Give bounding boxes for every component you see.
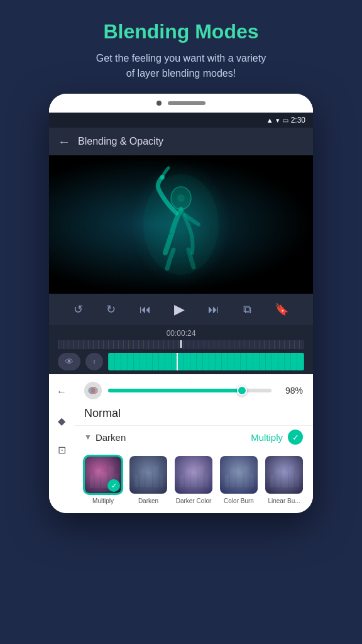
blend-options-row: ✓Multiply Darken Darker Color Color Burn bbox=[74, 448, 313, 513]
back-button[interactable]: ← bbox=[58, 135, 70, 149]
blend-icon-svg bbox=[88, 386, 98, 396]
timeline-ticks[interactable] bbox=[58, 340, 304, 349]
time-label: 00:00:24 bbox=[49, 329, 313, 338]
phone-top-bar bbox=[49, 94, 313, 113]
svg-rect-22 bbox=[230, 469, 235, 487]
svg-rect-29 bbox=[289, 465, 294, 487]
playback-controls: ↺ ↻ ⏮ ▶ ⏭ ⧉ 🔖 bbox=[49, 294, 313, 325]
clip-inner bbox=[108, 353, 304, 370]
video-background bbox=[49, 155, 313, 294]
phone-speaker bbox=[168, 101, 206, 105]
svg-rect-18 bbox=[191, 472, 197, 487]
blend-thumbnail-3 bbox=[219, 455, 259, 495]
signal-icon: ▲ bbox=[266, 116, 273, 124]
svg-point-2 bbox=[160, 175, 165, 180]
svg-rect-17 bbox=[185, 469, 190, 487]
left-sidebar: ← ◆ ⊡ bbox=[49, 374, 74, 513]
phone-screen: ▲ ▾ ▭ 2:30 ← Blending & Opacity bbox=[49, 113, 313, 513]
blend-option-label-2: Darker Color bbox=[176, 497, 212, 504]
phone-camera bbox=[156, 101, 162, 106]
blend-check-mark: ✓ bbox=[107, 479, 120, 492]
bookmark-button[interactable]: 🔖 bbox=[275, 303, 288, 316]
blend-option-label-4: Linear Bu... bbox=[268, 497, 300, 504]
check-icon: ✓ bbox=[288, 430, 303, 445]
layer-playhead bbox=[177, 353, 178, 370]
status-time: 2:30 bbox=[291, 116, 305, 125]
blend-option-darker-color[interactable]: Darker Color bbox=[173, 455, 214, 504]
app-bar: ← Blending & Opacity bbox=[49, 128, 313, 155]
blend-option-label-0: Multiply bbox=[92, 497, 114, 504]
thumb-overlay-3 bbox=[220, 456, 258, 494]
video-preview bbox=[49, 155, 313, 294]
layer-clip[interactable] bbox=[108, 353, 304, 370]
opacity-slider[interactable] bbox=[108, 389, 272, 392]
blend-option-label-3: Color Burn bbox=[224, 497, 254, 504]
svg-rect-21 bbox=[225, 475, 229, 487]
svg-rect-30 bbox=[295, 474, 299, 487]
bottom-section: ← ◆ ⊡ bbox=[49, 374, 313, 513]
svg-rect-16 bbox=[180, 475, 184, 487]
svg-rect-25 bbox=[250, 474, 254, 487]
blend-thumbnail-1 bbox=[128, 455, 168, 495]
svg-rect-20 bbox=[205, 474, 209, 487]
svg-rect-26 bbox=[270, 475, 274, 487]
app-bar-title: Blending & Opacity bbox=[78, 136, 163, 147]
sidebar-back-button[interactable]: ← bbox=[52, 382, 72, 402]
main-panel: 98% Normal ▼ Darken Multiply ✓ bbox=[74, 374, 313, 513]
blend-option-multiply[interactable]: ✓Multiply bbox=[83, 455, 123, 504]
svg-rect-7 bbox=[95, 469, 100, 488]
playhead bbox=[180, 340, 182, 348]
page-title: Blending Modes bbox=[96, 20, 266, 43]
opacity-section: 98% bbox=[74, 374, 313, 404]
status-bar: ▲ ▾ ▭ 2:30 bbox=[49, 113, 313, 128]
active-mode-group: Multiply ✓ bbox=[251, 430, 303, 445]
blend-thumbnail-4 bbox=[264, 455, 304, 495]
svg-rect-11 bbox=[134, 475, 138, 487]
blend-option-darken[interactable]: Darken bbox=[128, 455, 168, 504]
svg-rect-14 bbox=[153, 465, 158, 487]
thumb-overlay-4 bbox=[265, 456, 303, 494]
opacity-thumb[interactable] bbox=[237, 386, 247, 396]
svg-point-3 bbox=[177, 194, 185, 202]
phone-device: ▲ ▾ ▭ 2:30 ← Blending & Opacity bbox=[49, 94, 313, 513]
skip-end-button[interactable]: ⏭ bbox=[208, 303, 219, 316]
opacity-track bbox=[108, 389, 272, 392]
battery-icon: ▭ bbox=[282, 116, 288, 125]
category-name: Darken bbox=[96, 432, 126, 443]
blend-mode-icon bbox=[84, 382, 102, 399]
active-mode-name: Multiply bbox=[251, 432, 283, 443]
redo-button[interactable]: ↻ bbox=[106, 303, 116, 316]
page-header: Blending Modes Get the feeling you want … bbox=[71, 0, 291, 94]
svg-point-5 bbox=[91, 387, 97, 394]
blend-option-label-1: Darken bbox=[138, 497, 158, 504]
layer-nav-arrow[interactable]: ‹ bbox=[85, 353, 103, 370]
blend-option-linear-bu...[interactable]: Linear Bu... bbox=[264, 455, 304, 504]
left-arrow-icon: ‹ bbox=[93, 357, 96, 366]
opacity-value: 98% bbox=[278, 386, 303, 396]
sidebar-diamond-button[interactable]: ◆ bbox=[52, 411, 72, 431]
layer-row: 👁 ‹ bbox=[49, 349, 313, 374]
category-label: ▼ Darken bbox=[84, 432, 126, 443]
blend-thumbnail-0: ✓ bbox=[83, 455, 123, 495]
svg-rect-12 bbox=[140, 469, 145, 487]
check-mark: ✓ bbox=[292, 433, 299, 442]
eye-button[interactable]: 👁 bbox=[58, 353, 80, 370]
sidebar-crop-button[interactable]: ⊡ bbox=[52, 440, 72, 460]
play-button[interactable]: ▶ bbox=[174, 301, 185, 318]
wifi-icon: ▾ bbox=[276, 116, 280, 125]
blend-mode-current: Normal bbox=[74, 404, 313, 425]
svg-rect-13 bbox=[146, 472, 152, 487]
svg-rect-19 bbox=[199, 465, 204, 487]
undo-button[interactable]: ↺ bbox=[74, 303, 83, 316]
status-icons: ▲ ▾ ▭ 2:30 bbox=[266, 116, 305, 125]
page-subtitle: Get the feeling you want with a varietyo… bbox=[96, 51, 266, 81]
blend-option-color-burn[interactable]: Color Burn bbox=[219, 455, 259, 504]
svg-rect-23 bbox=[236, 472, 243, 487]
svg-rect-15 bbox=[160, 474, 163, 487]
loop-button[interactable]: ⧉ bbox=[243, 303, 251, 316]
svg-rect-27 bbox=[275, 469, 280, 487]
category-arrow-icon: ▼ bbox=[84, 433, 92, 441]
svg-rect-24 bbox=[244, 465, 249, 487]
blend-thumbnail-2 bbox=[173, 455, 214, 495]
skip-start-button[interactable]: ⏮ bbox=[140, 303, 151, 316]
